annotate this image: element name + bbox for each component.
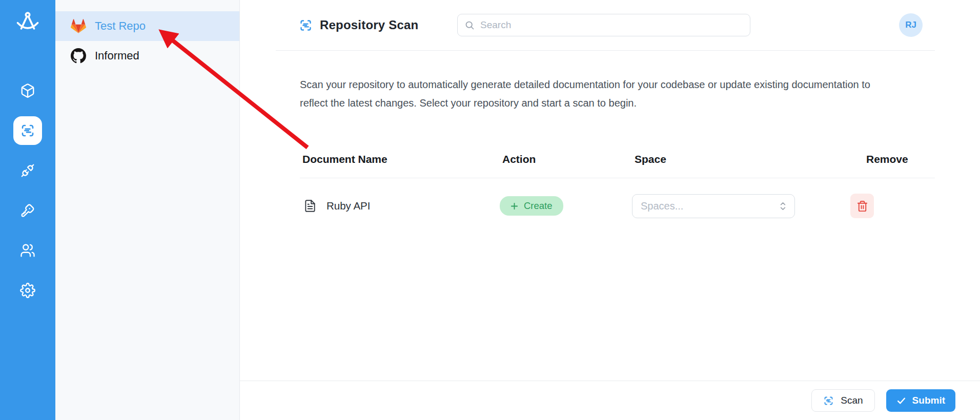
- table-row: Ruby API Create Spaces...: [300, 178, 935, 218]
- column-header-document-name: Document Name: [300, 153, 500, 165]
- main-content: Scan your repository to automatically ge…: [240, 51, 980, 381]
- sidebar-item-connections[interactable]: [0, 151, 55, 191]
- repo-item-label: Informed: [95, 49, 139, 62]
- sidebar-item-keys[interactable]: [0, 191, 55, 230]
- remove-cell: [864, 194, 935, 218]
- repo-item-label: Test Repo: [95, 19, 146, 33]
- page-description: Scan your repository to automatically ge…: [300, 75, 897, 112]
- sidebar-item-packages[interactable]: [0, 71, 55, 111]
- file-text-icon: [303, 199, 317, 213]
- column-header-space: Space: [632, 153, 864, 165]
- scan-icon: [299, 18, 313, 32]
- app-window: Test Repo Informed Repository Scan: [0, 0, 980, 420]
- repo-item-test-repo[interactable]: Test Repo: [55, 11, 239, 41]
- space-select[interactable]: Spaces...: [632, 194, 795, 218]
- main-area: Repository Scan RJ Scan your repository …: [240, 0, 980, 420]
- search-box: [457, 14, 750, 36]
- trash-icon: [856, 200, 868, 212]
- scan-button[interactable]: Scan: [811, 389, 874, 412]
- footer-action-bar: Scan Submit: [240, 381, 980, 420]
- action-cell: Create: [500, 196, 632, 216]
- document-name-cell: Ruby API: [300, 199, 500, 213]
- icon-sidebar: [0, 0, 55, 420]
- repository-panel: Test Repo Informed: [55, 0, 240, 420]
- repo-item-informed[interactable]: Informed: [55, 41, 239, 71]
- scan-button-label: Scan: [841, 395, 863, 406]
- sidebar-item-settings[interactable]: [0, 270, 55, 310]
- page-title-group: Repository Scan: [299, 18, 418, 32]
- submit-button[interactable]: Submit: [886, 389, 955, 412]
- users-icon: [20, 243, 35, 258]
- table-header-row: Document Name Action Space Remove: [300, 153, 935, 178]
- sidebar-item-users[interactable]: [0, 230, 55, 270]
- check-icon: [896, 396, 906, 406]
- main-header: Repository Scan RJ: [276, 0, 935, 51]
- space-cell: Spaces...: [632, 194, 864, 218]
- plug-icon: [20, 163, 35, 178]
- app-logo[interactable]: [13, 8, 42, 37]
- user-avatar[interactable]: RJ: [899, 13, 923, 37]
- sidebar-nav: [0, 71, 55, 310]
- page-title: Repository Scan: [320, 18, 418, 32]
- create-button-label: Create: [524, 200, 553, 212]
- gear-icon: [20, 283, 35, 298]
- scan-table: Document Name Action Space Remove Ruby A…: [300, 153, 935, 218]
- key-icon: [20, 203, 35, 218]
- chevron-up-down-icon: [779, 201, 787, 212]
- scan-icon: [20, 123, 35, 138]
- drafting-compass-icon: [14, 9, 41, 36]
- submit-button-label: Submit: [912, 395, 945, 406]
- column-header-action: Action: [500, 153, 632, 165]
- github-icon: [71, 48, 86, 64]
- space-select-placeholder: Spaces...: [641, 200, 683, 212]
- column-header-remove: Remove: [864, 153, 935, 165]
- gitlab-icon: [71, 18, 86, 34]
- avatar-initials: RJ: [905, 20, 916, 30]
- create-button[interactable]: Create: [500, 196, 563, 216]
- package-box-icon: [20, 83, 35, 98]
- search-input[interactable]: [480, 19, 743, 31]
- document-name: Ruby API: [326, 200, 370, 212]
- sidebar-item-repository-scan[interactable]: [0, 111, 55, 151]
- scan-icon: [823, 395, 834, 406]
- search-icon: [464, 20, 475, 31]
- delete-row-button[interactable]: [850, 194, 874, 218]
- plus-icon: [511, 202, 518, 210]
